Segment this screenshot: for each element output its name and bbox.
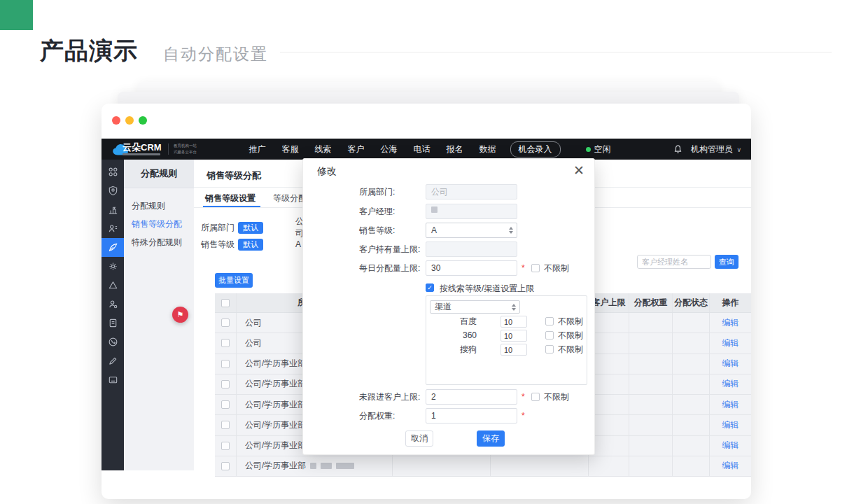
sidebar-item-allocation-rules[interactable]: 分配规则	[124, 197, 194, 215]
agent-status[interactable]: 空闲	[586, 144, 611, 155]
notification-flag-badge[interactable]: ⚑	[172, 307, 188, 323]
window-controls	[112, 116, 147, 125]
weight-input[interactable]	[426, 408, 517, 424]
nav-item-leads[interactable]: 线索	[315, 144, 332, 155]
contacts-icon[interactable]	[102, 219, 124, 238]
channel-limit-input[interactable]	[500, 330, 527, 342]
status-label: 空闲	[594, 144, 611, 155]
nav-item-service[interactable]: 客服	[282, 144, 299, 155]
edit-link[interactable]: 编辑	[722, 419, 739, 431]
filter-level-default-button[interactable]: 默认	[238, 239, 263, 251]
select-stepper-icon	[509, 227, 513, 234]
nav-item-promotion[interactable]: 推广	[249, 144, 266, 155]
close-icon[interactable]: ✕	[573, 162, 584, 178]
save-button[interactable]: 保存	[477, 430, 505, 447]
nav-item-data[interactable]: 数据	[479, 144, 496, 155]
account-menu[interactable]: 机构管理员 ∨	[691, 144, 741, 155]
level-select[interactable]: A	[426, 223, 517, 238]
channel-row-360: 360 不限制	[426, 330, 587, 342]
window-minimize-button[interactable]	[125, 116, 134, 125]
row-checkbox[interactable]	[221, 339, 230, 347]
daily-unlimited-checkbox[interactable]	[531, 264, 540, 272]
batch-settings-button[interactable]: 批量设置	[215, 273, 253, 288]
channel-settings-checkbox[interactable]: ✓	[426, 284, 434, 292]
sidebar-item-special-rules[interactable]: 特殊分配规则	[124, 233, 194, 251]
row-dept: 公司/学历事业部	[245, 440, 306, 451]
channel-unlimited-checkbox[interactable]	[545, 331, 554, 340]
channel-name: 360	[426, 330, 477, 342]
hold-limit-input	[426, 241, 517, 257]
edit-link[interactable]: 编辑	[722, 399, 739, 411]
nav-item-phone[interactable]: 电话	[414, 144, 430, 155]
bell-icon[interactable]	[673, 144, 683, 155]
edit-modal: 修改 ✕ 所属部门: 客户经理: 销售等级: A 客户持有量上限: 每日分配量上…	[302, 158, 595, 455]
search-button[interactable]: 查询	[715, 255, 738, 269]
follow-limit-label: 未跟进客户上限:	[359, 389, 420, 405]
edit-link[interactable]: 编辑	[722, 358, 739, 370]
follow-unlimited-checkbox[interactable]	[531, 393, 540, 401]
channel-limit-input[interactable]	[500, 344, 527, 356]
pencil-icon[interactable]	[102, 351, 124, 370]
channel-unlimited-checkbox[interactable]	[545, 317, 554, 326]
chart-icon[interactable]	[102, 200, 124, 219]
nav-item-pool[interactable]: 公海	[381, 144, 398, 155]
window-close-button[interactable]	[112, 116, 120, 125]
required-asterisk: *	[522, 408, 525, 424]
nav-divider	[168, 144, 169, 155]
top-navbar: 云朵CRM 教育机构一站 式服务云平台 推广 客服 线索 客户 公海 电话 报名…	[102, 139, 751, 160]
channel-unlimited-checkbox[interactable]	[545, 345, 554, 354]
icon-rail	[102, 160, 124, 470]
modal-title: 修改	[317, 165, 337, 178]
row-checkbox[interactable]	[221, 360, 230, 368]
sidebar-heading: 分配规则	[124, 160, 194, 188]
header-divider	[280, 52, 832, 52]
edit-link[interactable]: 编辑	[722, 440, 739, 451]
shield-icon[interactable]	[102, 181, 124, 200]
user-manage-icon[interactable]	[102, 295, 124, 314]
select-all-checkbox[interactable]	[221, 299, 230, 307]
level-label: 销售等级:	[359, 223, 395, 238]
filter-level-value[interactable]: A	[295, 239, 301, 249]
channel-select[interactable]: 渠道	[430, 300, 520, 314]
follow-limit-input[interactable]	[426, 389, 517, 405]
apps-icon[interactable]	[102, 162, 124, 181]
nav-item-signup[interactable]: 报名	[447, 144, 463, 155]
channel-limit-input[interactable]	[500, 316, 527, 328]
daily-limit-label: 每日分配量上限:	[359, 260, 420, 276]
edit-link[interactable]: 编辑	[722, 460, 739, 472]
tab-sales-level-settings[interactable]: 销售等级设置	[205, 192, 255, 204]
card-icon[interactable]	[102, 370, 124, 389]
pen-icon[interactable]	[102, 238, 124, 257]
channel-unlimited-label: 不限制	[558, 344, 583, 356]
row-checkbox[interactable]	[221, 380, 230, 388]
row-checkbox[interactable]	[221, 442, 230, 450]
filter-level-label: 销售等级	[201, 239, 234, 251]
row-checkbox[interactable]	[221, 462, 230, 470]
document-icon[interactable]	[102, 314, 124, 332]
row-checkbox[interactable]	[221, 400, 230, 409]
edit-link[interactable]: 编辑	[722, 317, 739, 329]
field-manager: 客户经理:	[303, 204, 594, 219]
edit-link[interactable]: 编辑	[722, 337, 739, 349]
level-select-value: A	[431, 225, 437, 235]
edit-link[interactable]: 编辑	[722, 378, 739, 390]
channel-row-sogou: 搜狗 不限制	[426, 344, 587, 356]
phone-icon[interactable]	[102, 332, 124, 351]
daily-limit-input[interactable]	[426, 260, 517, 276]
nav-item-customers[interactable]: 客户	[348, 144, 365, 155]
manager-name-search-input[interactable]	[637, 255, 711, 269]
window-zoom-button[interactable]	[139, 116, 147, 125]
flag-icon: ⚑	[177, 310, 184, 319]
chance-entry-button[interactable]: 机会录入	[510, 141, 561, 158]
cancel-button[interactable]: 取消	[405, 430, 433, 447]
field-follow-limit: 未跟进客户上限: * 不限制	[303, 389, 594, 405]
row-checkbox[interactable]	[221, 318, 230, 327]
channel-name: 百度	[426, 316, 477, 328]
sidebar-item-sales-level-allocation[interactable]: 销售等级分配	[124, 215, 194, 233]
gear-icon[interactable]	[102, 257, 124, 276]
triangle-icon[interactable]	[102, 276, 124, 295]
row-checkbox[interactable]	[221, 421, 230, 429]
filter-dept-default-button[interactable]: 默认	[238, 222, 263, 234]
redacted-text	[431, 206, 438, 213]
dept-label: 所属部门:	[359, 184, 395, 200]
